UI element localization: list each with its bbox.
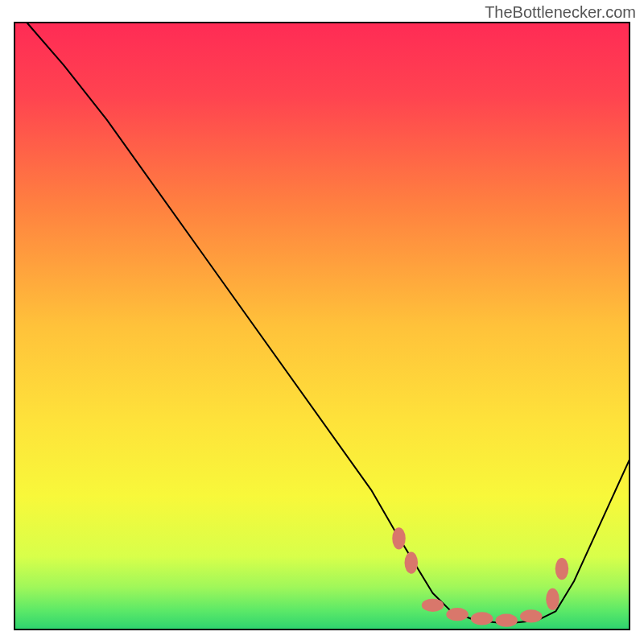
gradient-background [14,23,630,630]
data-marker [405,551,419,573]
data-marker [555,558,569,580]
data-marker [422,599,444,612]
data-marker [520,609,543,622]
chart-container: TheBottlenecker.com [0,0,644,644]
data-marker [446,608,469,621]
data-marker [392,527,406,549]
gradient-curve-chart [0,0,644,644]
watermark-text: TheBottlenecker.com [485,3,636,22]
data-marker [471,612,493,625]
data-marker [495,614,518,627]
data-marker [546,588,559,610]
